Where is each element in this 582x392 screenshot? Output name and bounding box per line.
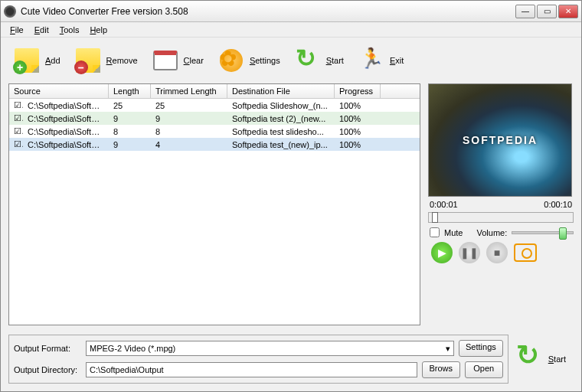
open-button[interactable]: Open (465, 361, 503, 378)
pause-button[interactable]: ❚❚ (459, 242, 480, 263)
minimize-button[interactable]: — (515, 5, 535, 18)
app-icon (4, 5, 16, 18)
remove-button[interactable]: – Remove (70, 44, 141, 77)
maximize-button[interactable]: ▭ (537, 5, 557, 18)
row-checkbox[interactable]: ☑ (9, 139, 23, 150)
minus-icon: – (74, 60, 88, 74)
output-settings-button[interactable]: Settings (459, 340, 503, 357)
browse-button[interactable]: Brows (422, 361, 460, 378)
col-progress[interactable]: Progress (335, 84, 381, 98)
cycle-icon (296, 48, 320, 73)
clear-icon (153, 51, 178, 70)
menu-tools[interactable]: Tools (55, 24, 84, 36)
mute-checkbox[interactable] (430, 227, 440, 237)
menu-edit[interactable]: Edit (30, 24, 54, 36)
file-list[interactable]: Source Length Trimmed Length Destination… (8, 83, 420, 325)
gear-icon (220, 49, 243, 72)
time-current: 0:00:01 (430, 200, 458, 209)
titlebar: Cute Video Converter Free version 3.508 … (1, 1, 581, 22)
table-row[interactable]: ☑ C:\Softpedia\Softpedi... 8 8 Softpedia… (9, 125, 420, 138)
row-checkbox[interactable]: ☑ (9, 126, 23, 137)
table-row[interactable]: ☑ C:\Softpedia\Softpedi... 9 4 Softpedia… (9, 138, 420, 151)
row-checkbox[interactable]: ☑ (9, 100, 23, 111)
video-preview[interactable]: SOFTPEDIA (428, 83, 572, 197)
output-format-label: Output Format: (14, 344, 81, 353)
table-row[interactable]: ☑ C:\Softpedia\Softpedi... 9 9 Softpedia… (9, 112, 420, 125)
col-dest[interactable]: Destination File (227, 84, 335, 98)
menubar: File Edit Tools Help (1, 22, 581, 38)
preview-watermark: SOFTPEDIA (429, 84, 571, 196)
add-button[interactable]: + Add (8, 44, 64, 77)
row-checkbox[interactable]: ☑ (9, 113, 23, 124)
table-row[interactable]: ☑ C:\Softpedia\Softpedi... 25 25 Softped… (9, 99, 420, 112)
output-dir-field[interactable]: C:\Softpedia\Output (86, 362, 417, 377)
stop-button[interactable]: ■ (486, 242, 508, 263)
plus-icon: + (13, 60, 27, 74)
time-total: 0:00:10 (544, 200, 572, 209)
snapshot-button[interactable] (514, 243, 537, 262)
menu-help[interactable]: Help (85, 24, 112, 36)
settings-button[interactable]: Settings (213, 44, 283, 77)
toolbar: + Add – Remove Clear Settings Start Exit (1, 38, 581, 83)
col-length[interactable]: Length (109, 84, 151, 98)
exit-icon (361, 48, 382, 73)
clear-button[interactable]: Clear (147, 44, 207, 77)
volume-slider[interactable] (512, 231, 574, 234)
list-header: Source Length Trimmed Length Destination… (9, 84, 420, 99)
col-source[interactable]: Source (9, 84, 109, 98)
play-button[interactable]: ▶ (431, 242, 453, 263)
close-button[interactable]: ✕ (558, 5, 578, 18)
seek-slider[interactable] (428, 212, 574, 223)
start-bottom-button[interactable]: Start (516, 335, 574, 384)
mute-label: Mute (444, 228, 463, 237)
menu-file[interactable]: File (5, 24, 28, 36)
start-button[interactable]: Start (289, 44, 347, 77)
exit-button[interactable]: Exit (353, 44, 407, 77)
cycle-icon (516, 345, 544, 373)
col-trimmed[interactable]: Trimmed Length (151, 84, 227, 98)
output-dir-label: Output Directory: (14, 365, 81, 374)
window-title: Cute Video Converter Free version 3.508 (21, 6, 515, 17)
output-panel: Output Format: MPEG-2 Video (*.mpg)▾ Set… (8, 335, 508, 384)
volume-label: Volume: (476, 228, 507, 237)
output-format-select[interactable]: MPEG-2 Video (*.mpg)▾ (86, 341, 454, 356)
preview-pane: SOFTPEDIA 0:00:01 0:00:10 Mute Volume: ▶… (428, 83, 574, 325)
